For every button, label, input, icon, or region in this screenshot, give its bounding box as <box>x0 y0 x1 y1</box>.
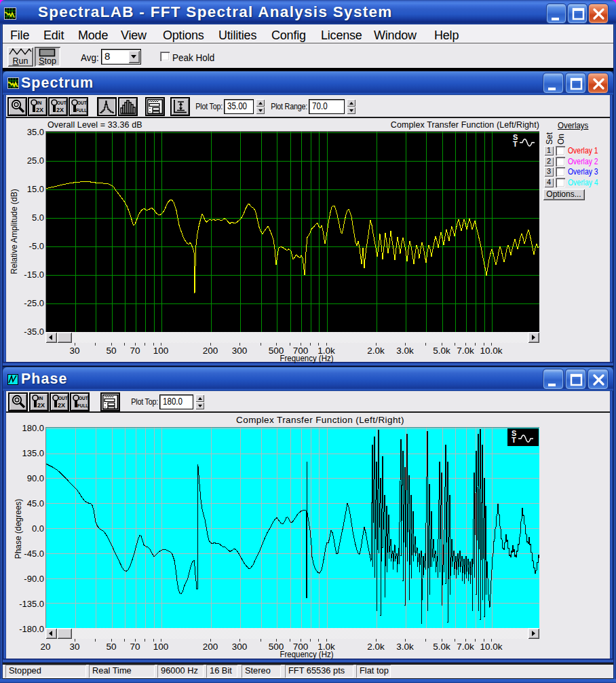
svg-text:IN: IN <box>38 395 43 401</box>
svg-text:FULL: FULL <box>76 108 87 113</box>
svg-text:2X: 2X <box>58 402 65 409</box>
svg-text:OUT: OUT <box>77 100 87 105</box>
svg-text:T: T <box>512 436 516 444</box>
svg-text:OUT: OUT <box>79 396 88 401</box>
svg-text:2X: 2X <box>36 107 43 113</box>
svg-text:T: T <box>513 140 518 148</box>
svg-text:FULL: FULL <box>77 403 88 408</box>
svg-text:OUT: OUT <box>58 396 68 401</box>
svg-text:2X: 2X <box>56 107 64 113</box>
svg-text:IN: IN <box>37 100 42 106</box>
svg-text:2X: 2X <box>37 402 45 409</box>
svg-text:OUT: OUT <box>57 100 66 105</box>
